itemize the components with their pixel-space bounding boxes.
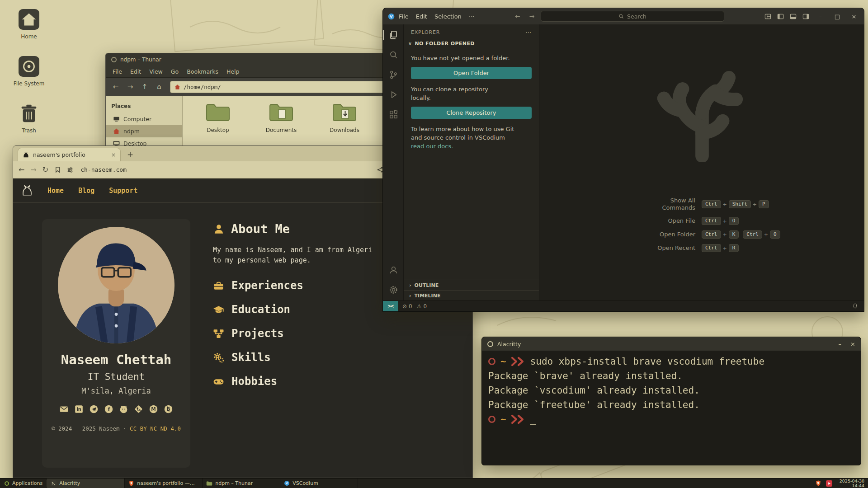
account-icon[interactable] [383, 265, 403, 275]
toggle-panel-icon[interactable] [790, 13, 797, 20]
github-icon[interactable] [119, 404, 128, 414]
home-button[interactable]: ⌂ [153, 81, 165, 93]
nav-link-home[interactable]: Home [47, 187, 64, 195]
search-icon[interactable] [383, 50, 403, 60]
facebook-icon[interactable]: f [104, 404, 113, 414]
path-bar[interactable]: /home/ndpm/ [170, 81, 391, 93]
minimize-button[interactable]: – [839, 341, 842, 347]
outline-section-header[interactable]: › OUTLINE [404, 280, 539, 290]
taskbar-item-vscodium[interactable]: VSCodium [280, 479, 358, 488]
back-button[interactable]: ← [109, 81, 122, 93]
bitcoin-icon[interactable]: B [164, 404, 173, 414]
m-icon[interactable]: M [149, 404, 158, 414]
maximize-button[interactable]: □ [832, 13, 843, 20]
reload-button[interactable]: ↻ [42, 165, 48, 174]
back-button[interactable]: ← [19, 165, 24, 174]
no-folder-section-header[interactable]: ∨ NO FOLDER OPENED [404, 38, 539, 49]
section-projects[interactable]: Projects [213, 327, 472, 340]
git-icon[interactable] [134, 404, 143, 414]
profile-location: M'sila, Algeria [42, 386, 190, 395]
vscodium-titlebar[interactable]: FileEditSelection⋯ ← → Search – □ × [383, 8, 864, 24]
docs-link[interactable]: read our docs. [411, 143, 453, 150]
folder-downloads[interactable]: Downloads [323, 102, 366, 133]
freetube-tray-icon[interactable] [826, 480, 832, 487]
up-button[interactable]: ↑ [138, 81, 151, 93]
clone-repository-button[interactable]: Clone Repository [411, 107, 532, 119]
problems-indicator[interactable]: ⊘0 ⚠0 [402, 303, 427, 310]
telegram-icon[interactable] [89, 404, 99, 414]
menu-selection[interactable]: Selection [431, 11, 465, 22]
address-bar[interactable]: ch-naseem.com [80, 166, 371, 173]
taskbar-item-browser[interactable]: naseem's portfolio —… [125, 479, 203, 488]
menu-view[interactable]: View [145, 67, 167, 76]
views-more-icon[interactable]: ⋯ [525, 29, 532, 36]
menu-file[interactable]: File [108, 67, 126, 76]
minimize-button[interactable]: – [815, 13, 826, 20]
brave-tray-icon[interactable] [815, 480, 821, 487]
history-back-icon[interactable]: ← [515, 13, 520, 20]
taskbar-item-thunar[interactable]: ndpm – Thunar [203, 479, 280, 488]
customize-layout-icon[interactable] [764, 13, 771, 20]
place-ndpm[interactable]: ndpm [106, 125, 182, 137]
close-tab-icon[interactable]: × [111, 152, 116, 158]
section-hobbies[interactable]: Hobbies [213, 375, 472, 388]
notifications-bell-icon[interactable] [852, 303, 859, 310]
browser-tab[interactable]: naseem's portfolio × [18, 148, 121, 161]
place-computer[interactable]: Computer [106, 113, 182, 125]
key-chip: Ctrl [702, 244, 721, 252]
menu-go[interactable]: Go [167, 67, 183, 76]
menu-bookmarks[interactable]: Bookmarks [183, 67, 222, 76]
forward-button[interactable]: → [124, 81, 137, 93]
bookmark-icon[interactable] [54, 166, 61, 173]
remote-indicator[interactable]: >< [383, 301, 398, 311]
alacritty-titlebar[interactable]: Alacritty – × [482, 337, 861, 351]
taskbar-item-alacritty[interactable]: Alacritty [47, 479, 125, 488]
open-folder-button[interactable]: Open Folder [411, 67, 532, 79]
window-title: Alacritty [497, 341, 521, 347]
folder-desktop[interactable]: Desktop [196, 102, 240, 133]
menu-edit[interactable]: Edit [412, 11, 431, 22]
site-settings-icon[interactable] [67, 167, 73, 173]
clock-time: 14:44 [840, 483, 864, 488]
thunar-titlebar[interactable]: ndpm – Thunar [106, 53, 398, 66]
terminal[interactable]: ~ sudo xbps-install brave vscodium freet… [482, 351, 861, 430]
key-chip: Shift [729, 200, 751, 208]
desktop-icon-label: File System [8, 80, 50, 87]
extensions-icon[interactable] [383, 109, 403, 120]
close-button[interactable]: × [850, 341, 855, 347]
section-skills[interactable]: Skills [213, 351, 472, 364]
nav-link-blog[interactable]: Blog [78, 187, 94, 195]
toggle-sidebar-icon[interactable] [777, 13, 784, 20]
toggle-secondary-sidebar-icon[interactable] [802, 13, 809, 20]
desktop-icon-file-system[interactable]: File System [8, 56, 50, 87]
command-center-search[interactable]: Search [541, 11, 724, 22]
forward-button[interactable]: → [30, 165, 36, 174]
linkedin-icon[interactable]: in [74, 404, 84, 414]
menu-more[interactable]: ⋯ [465, 11, 478, 22]
timeline-section-header[interactable]: › TIMELINE [404, 290, 539, 300]
folder-documents[interactable]: Documents [259, 102, 303, 133]
clock-date: 2025-04-30 [840, 479, 864, 483]
applications-menu-button[interactable]: Applications [0, 479, 47, 488]
svg-text:B: B [166, 406, 170, 412]
clock[interactable]: 2025-04-30 14:44 [840, 479, 868, 488]
email-icon[interactable] [59, 404, 69, 414]
menu-edit[interactable]: Edit [126, 67, 145, 76]
vscodium-watermark-icon [650, 67, 754, 162]
history-forward-icon[interactable]: → [529, 13, 535, 20]
settings-gear-icon[interactable] [383, 285, 403, 300]
menu-file[interactable]: File [395, 11, 412, 22]
explorer-icon[interactable] [383, 30, 403, 40]
new-tab-button[interactable]: + [124, 149, 136, 160]
folder-icon [205, 102, 231, 123]
run-debug-icon[interactable] [383, 89, 403, 100]
home-folder-icon [19, 9, 39, 32]
source-control-icon[interactable] [383, 70, 403, 80]
desktop-icon-home[interactable]: Home [8, 9, 50, 40]
close-button[interactable]: × [849, 13, 859, 20]
license-link[interactable]: CC BY-NC-ND 4.0 [130, 425, 181, 432]
desktop-icon-trash[interactable]: Trash [8, 103, 50, 134]
menu-help[interactable]: Help [222, 67, 244, 76]
nav-link-support[interactable]: Support [109, 187, 137, 195]
key-chip: P [759, 200, 769, 208]
